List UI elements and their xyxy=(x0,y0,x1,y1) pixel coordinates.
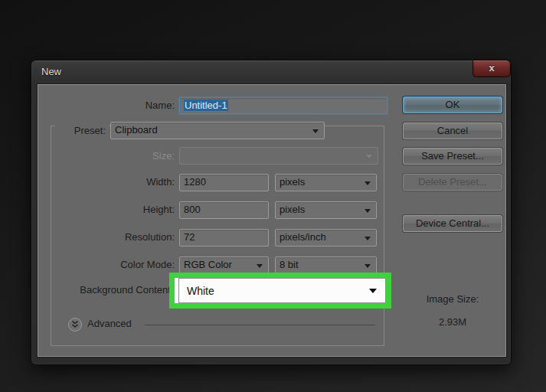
height-input[interactable]: 800 xyxy=(179,201,269,219)
device-central-button[interactable]: Device Central... xyxy=(403,215,502,232)
resolution-unit-dropdown[interactable]: pixels/inch xyxy=(275,229,377,247)
preset-dropdown-value: Clipboard xyxy=(115,124,158,136)
preset-label: Preset: xyxy=(55,122,109,139)
color-mode-value: RGB Color xyxy=(184,259,232,270)
chevron-down-icon xyxy=(257,264,263,268)
width-unit-dropdown[interactable]: pixels xyxy=(275,174,377,191)
height-label: Height: xyxy=(38,201,175,218)
chevron-down-icon xyxy=(365,237,371,240)
preset-dropdown[interactable]: Clipboard xyxy=(110,122,325,139)
highlight-box: White xyxy=(169,273,391,309)
chevron-down-icon xyxy=(365,181,371,185)
dialog-title: New xyxy=(41,66,61,77)
chevron-down-icon xyxy=(365,209,371,213)
name-label: Name: xyxy=(38,97,175,114)
desktop-background: { "dialog": { "title": "New", "close_gly… xyxy=(0,0,546,392)
background-contents-label: Background Contents: xyxy=(38,282,178,299)
chevron-down-icon xyxy=(366,155,372,158)
advanced-divider xyxy=(145,325,375,325)
chevron-down-icon xyxy=(369,289,377,293)
height-unit-dropdown[interactable]: pixels xyxy=(275,201,377,219)
double-chevron-down-icon xyxy=(70,320,80,329)
height-unit-value: pixels xyxy=(280,204,305,215)
name-input-selected-text: Untitled-1 xyxy=(184,100,228,111)
chevron-down-icon xyxy=(312,129,319,133)
save-preset-button[interactable]: Save Preset... xyxy=(403,148,502,165)
cancel-button[interactable]: Cancel xyxy=(403,122,502,139)
close-icon: x xyxy=(489,62,494,74)
ok-button[interactable]: OK xyxy=(403,96,502,113)
color-mode-label: Color Mode: xyxy=(38,256,175,273)
close-button[interactable]: x xyxy=(472,60,511,77)
width-input[interactable]: 1280 xyxy=(179,174,269,191)
new-document-dialog: New x Name: Untitled-1 OK Preset: Clipbo… xyxy=(31,60,512,365)
delete-preset-button: Delete Preset... xyxy=(403,174,502,191)
width-label: Width: xyxy=(38,174,175,191)
color-mode-dropdown[interactable]: RGB Color xyxy=(179,256,269,274)
resolution-label: Resolution: xyxy=(38,229,175,246)
resolution-input[interactable]: 72 xyxy=(179,229,269,247)
resolution-unit-value: pixels/inch xyxy=(280,231,326,243)
background-contents-value: White xyxy=(187,285,214,297)
background-contents-dropdown[interactable]: White xyxy=(178,278,386,303)
size-dropdown xyxy=(179,147,378,165)
image-size-label: Image Size: xyxy=(403,293,502,305)
dialog-body: Name: Untitled-1 OK Preset: Clipboard Ca… xyxy=(38,84,506,357)
bit-depth-dropdown[interactable]: 8 bit xyxy=(275,256,377,274)
width-unit-value: pixels xyxy=(280,176,305,188)
name-input[interactable]: Untitled-1 xyxy=(179,97,387,114)
advanced-toggle-button[interactable] xyxy=(68,318,82,332)
chevron-down-icon xyxy=(365,264,371,268)
bit-depth-value: 8 bit xyxy=(280,259,299,270)
size-label: Size: xyxy=(38,148,175,165)
advanced-label: Advanced xyxy=(87,317,132,331)
dialog-title-bar[interactable]: New x xyxy=(31,60,511,84)
image-size-value: 2.93M xyxy=(403,316,502,328)
